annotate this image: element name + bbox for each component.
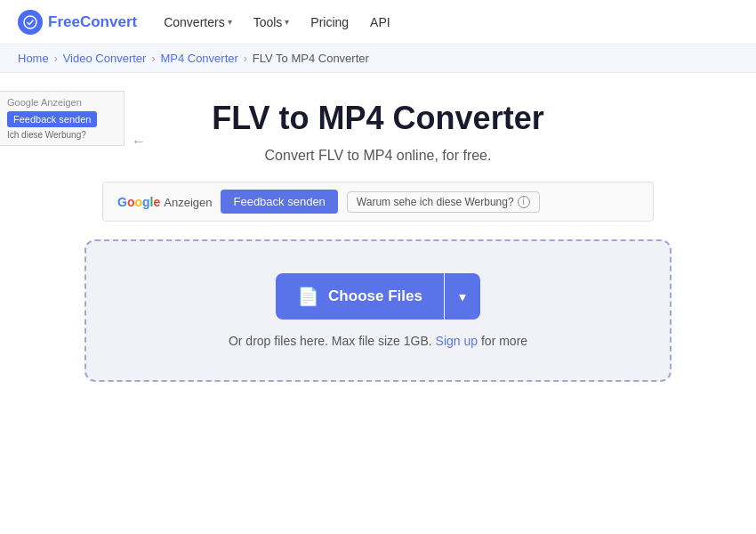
nav-pricing[interactable]: Pricing [310,15,349,29]
center-ad-feedback-button[interactable]: Feedback senden [221,190,337,214]
info-icon: i [518,196,530,208]
breadcrumb-video-converter[interactable]: Video Converter [63,52,147,65]
breadcrumb-sep-1: › [54,53,58,65]
tools-chevron-icon: ▾ [285,17,289,27]
chevron-down-icon: ▾ [459,288,466,305]
page-subtitle: Convert FLV to MP4 online, for free. [265,148,492,164]
choose-files-row: 📄 Choose Files ▾ [276,273,480,320]
svg-point-0 [24,16,36,28]
breadcrumb-current: FLV To MP4 Converter [253,52,369,65]
logo-text: FreeConvert [48,13,137,31]
center-ad-anzeigen: Anzeigen [164,196,212,209]
breadcrumb-home[interactable]: Home [18,52,49,65]
side-ad-google: Google Anzeigen [7,97,117,108]
breadcrumb: Home › Video Converter › MP4 Converter ›… [0,44,756,73]
google-logo: Google [117,195,160,209]
drop-hint-text: Or drop files here. Max file size 1GB. [229,334,432,348]
dropzone[interactable]: 📄 Choose Files ▾ Or drop files here. Max… [84,239,672,382]
page-title: FLV to MP4 Converter [212,100,543,137]
converters-chevron-icon: ▾ [228,17,232,27]
logo-icon [18,10,43,35]
signup-link[interactable]: Sign up [436,334,478,348]
side-ad-feedback-button[interactable]: Feedback senden [7,111,97,127]
center-ad-why-button[interactable]: Warum sehe ich diese Werbung? i [347,191,540,213]
side-ad-why-text: Ich diese Werbung? [7,130,117,140]
main-content: Google Anzeigen Feedback senden Ich dies… [0,73,756,382]
center-ad-why-text: Warum sehe ich diese Werbung? [357,196,514,208]
drop-hint: Or drop files here. Max file size 1GB. S… [229,334,527,348]
nav-tools[interactable]: Tools ▾ [253,15,290,29]
file-icon: 📄 [297,286,319,307]
nav-api[interactable]: API [370,15,390,29]
side-ad: Google Anzeigen Feedback senden Ich dies… [0,91,125,146]
choose-files-dropdown-button[interactable]: ▾ [445,273,480,320]
breadcrumb-mp4-converter[interactable]: MP4 Converter [160,52,237,65]
choose-files-label: Choose Files [328,287,422,305]
logo[interactable]: FreeConvert [18,10,137,35]
drop-hint-suffix: for more [481,334,527,348]
nav-converters[interactable]: Converters ▾ [164,15,231,29]
side-arrow-icon: ← [132,134,146,150]
breadcrumb-sep-3: › [244,53,247,65]
breadcrumb-sep-2: › [151,53,155,65]
navbar: FreeConvert Converters ▾ Tools ▾ Pricing… [0,0,756,44]
center-ad-google: Google Anzeigen [117,195,212,209]
center-ad: Google Anzeigen Feedback senden Warum se… [102,182,654,222]
nav-links: Converters ▾ Tools ▾ Pricing API [164,15,738,29]
choose-files-button[interactable]: 📄 Choose Files [276,273,444,320]
